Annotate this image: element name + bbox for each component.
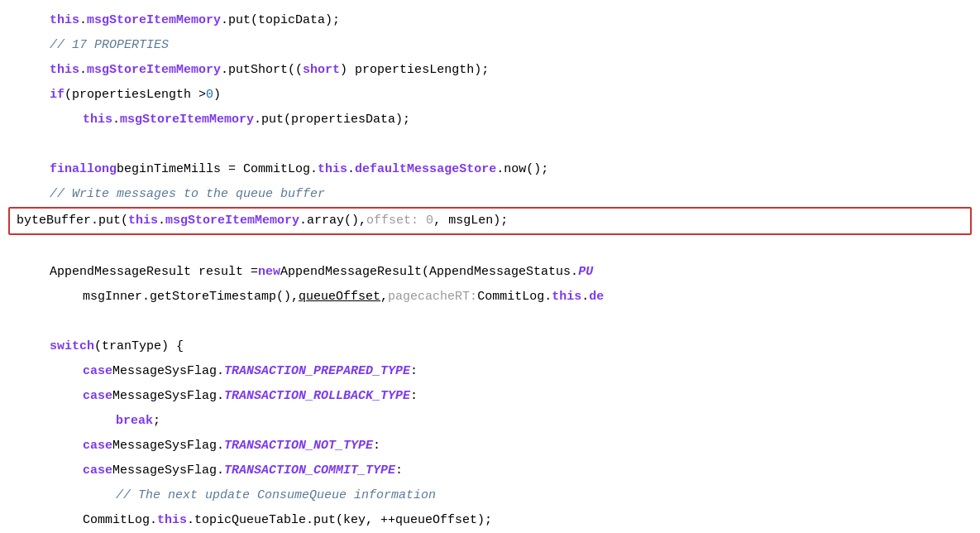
code-line-1: this.msgStoreItemMemory.put(topicData); (0, 8, 980, 33)
code-token: case (83, 459, 112, 483)
code-line-7: final long beginTimeMills = CommitLog.th… (0, 157, 980, 182)
code-token: TRANSACTION_ROLLBACK_TYPE (224, 384, 410, 409)
code-line-9: byteBuffer.put(this.msgStoreItemMemory.a… (8, 207, 972, 235)
code-token: TRANSACTION_NOT_TYPE (224, 434, 373, 459)
code-token: . (79, 58, 87, 83)
code-token: .topicQueueTable.put(key, ++queueOffset)… (187, 508, 492, 533)
code-token: msgStoreItemMemory (120, 108, 254, 132)
code-token: short (303, 58, 340, 83)
code-token: this (83, 108, 112, 132)
code-token: : (395, 459, 403, 483)
code-token: case (83, 384, 112, 409)
code-token: .now(); (496, 157, 548, 182)
code-token: byteBuffer.put( (17, 209, 128, 233)
code-token: ) propertiesLength); (340, 58, 489, 83)
code-token: 0 (206, 83, 213, 108)
code-token: case (83, 434, 112, 459)
code-token: .put(propertiesData); (254, 108, 410, 132)
code-token: MessageSysFlag. (112, 359, 224, 384)
code-token: de (589, 285, 604, 310)
code-token: : (410, 384, 418, 409)
code-line-10 (0, 235, 980, 260)
code-line-16: case MessageSysFlag.TRANSACTION_ROLLBACK… (0, 384, 980, 409)
code-token: CommitLog. (477, 285, 552, 310)
code-token: switch (50, 334, 94, 359)
code-token: , (380, 285, 388, 310)
code-token: , msgLen); (433, 209, 508, 233)
code-line-14: switch (tranType) { (0, 334, 980, 359)
code-token: // Write messages to the queue buffer (50, 182, 325, 207)
code-content: this.msgStoreItemMemory.put(topicData);/… (0, 0, 980, 533)
code-token: this (552, 285, 581, 310)
code-token: : (410, 359, 418, 384)
code-token: . (158, 209, 165, 233)
code-token: (tranType) { (94, 334, 184, 359)
code-token: ) (213, 83, 221, 108)
code-line-13 (0, 310, 980, 334)
code-token: pagecacheRT: (388, 285, 477, 310)
code-token: // The next update ConsumeQueue informat… (116, 483, 436, 508)
code-line-4: if (propertiesLength > 0) (0, 83, 980, 108)
code-line-19: case MessageSysFlag.TRANSACTION_COMMIT_T… (0, 459, 980, 483)
code-line-11: AppendMessageResult result = new AppendM… (0, 260, 980, 285)
code-token: MessageSysFlag. (112, 384, 224, 409)
code-token: beginTimeMills = CommitLog. (117, 157, 318, 182)
code-token: AppendMessageResult result = (50, 260, 258, 285)
code-token: . (581, 285, 589, 310)
code-token: TRANSACTION_PREPARED_TYPE (224, 359, 410, 384)
code-line-15: case MessageSysFlag.TRANSACTION_PREPARED… (0, 359, 980, 384)
code-token: msgStoreItemMemory (165, 209, 299, 233)
code-token: . (347, 157, 355, 182)
code-line-17: break; (0, 409, 980, 434)
code-token: queueOffset (299, 285, 380, 310)
code-token: msgStoreItemMemory (87, 58, 221, 83)
code-token: AppendMessageResult(AppendMessageStatus. (280, 260, 578, 285)
code-line-6 (0, 132, 980, 157)
code-token: this (50, 8, 79, 33)
code-token: : (373, 434, 380, 459)
code-token: . (112, 108, 120, 132)
code-token: this (128, 209, 158, 233)
code-token: this (50, 58, 79, 83)
code-token: (propertiesLength > (65, 83, 206, 108)
code-line-8: // Write messages to the queue buffer (0, 182, 980, 207)
code-token: MessageSysFlag. (112, 434, 224, 459)
code-token: TRANSACTION_COMMIT_TYPE (224, 459, 395, 483)
code-token: ; (153, 409, 160, 434)
code-line-5: this.msgStoreItemMemory.put(propertiesDa… (0, 108, 980, 132)
code-line-18: case MessageSysFlag.TRANSACTION_NOT_TYPE… (0, 434, 980, 459)
code-token: .array(), (299, 209, 366, 233)
code-token: this (318, 157, 347, 182)
code-token: .putShort(( (221, 58, 303, 83)
code-token: MessageSysFlag. (112, 459, 224, 483)
code-token: long (87, 157, 117, 182)
code-line-21: CommitLog.this.topicQueueTable.put(key, … (0, 508, 980, 533)
code-token: offset: 0 (366, 209, 433, 233)
code-line-20: // The next update ConsumeQueue informat… (0, 483, 980, 508)
code-line-3: this.msgStoreItemMemory.putShort((short)… (0, 58, 980, 83)
code-token: final (50, 157, 87, 182)
code-token: CommitLog. (83, 508, 157, 533)
code-token: msgStoreItemMemory (87, 8, 221, 33)
code-token: defaultMessageStore (355, 157, 496, 182)
code-token: this (157, 508, 187, 533)
code-token: .put(topicData); (221, 8, 340, 33)
code-token: . (79, 8, 87, 33)
code-token: // 17 PROPERTIES (50, 33, 169, 58)
code-token: break (116, 409, 153, 434)
code-token: msgInner.getStoreTimestamp(), (83, 285, 299, 310)
code-token: if (50, 83, 65, 108)
code-token: new (258, 260, 280, 285)
code-editor: this.msgStoreItemMemory.put(topicData);/… (0, 0, 980, 533)
code-line-12: msgInner.getStoreTimestamp(), queueOffse… (0, 285, 980, 310)
code-token: PU (578, 260, 593, 285)
code-token: case (83, 359, 112, 384)
code-line-2: // 17 PROPERTIES (0, 33, 980, 58)
